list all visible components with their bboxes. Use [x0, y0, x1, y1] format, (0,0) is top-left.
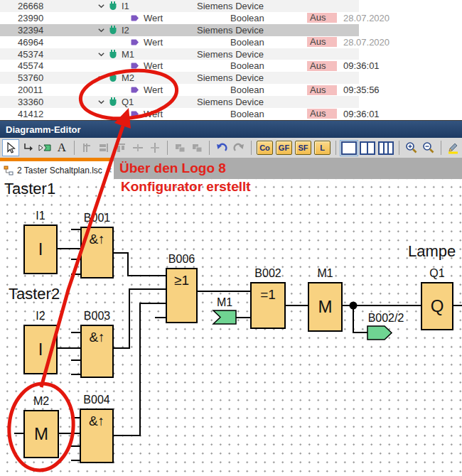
- row-id: 23990: [0, 13, 78, 23]
- device-plug-icon: [109, 26, 117, 35]
- chevron-down-icon[interactable]: [97, 26, 105, 34]
- logic-button[interactable]: L: [314, 141, 331, 155]
- block-b006[interactable]: ≥1: [166, 268, 198, 323]
- row-tree-cell: Wert: [78, 109, 230, 119]
- chevron-down-icon[interactable]: [97, 2, 105, 10]
- value-tag-icon: [131, 110, 139, 118]
- bring-forward-tool[interactable]: [171, 139, 188, 156]
- table-row[interactable]: 45374M1Siemens Device: [0, 48, 359, 60]
- row-name: Q1: [122, 97, 134, 107]
- connector-flag-M1[interactable]: [213, 310, 236, 324]
- text-tool[interactable]: A: [53, 139, 70, 156]
- row-timestamp: 28.07.2020: [343, 37, 390, 48]
- block-symbol: &↑: [89, 326, 104, 345]
- split-horizontal-tool[interactable]: [129, 139, 146, 156]
- row-type: Siemens Device: [197, 1, 272, 11]
- pane-segment: [361, 143, 368, 153]
- row-tree-cell: Wert: [78, 37, 230, 48]
- table-row[interactable]: 33360Q1Siemens Device: [0, 96, 359, 108]
- redo-button[interactable]: [230, 139, 247, 156]
- flag-connector-tool[interactable]: [36, 139, 53, 156]
- table-row[interactable]: 41412WertBooleanAus09:36:01: [0, 108, 359, 120]
- pane-segment: [368, 143, 374, 153]
- row-type: Siemens Device: [197, 49, 272, 60]
- view-single-pane-button[interactable]: [341, 141, 357, 155]
- wire[interactable]: [114, 253, 166, 276]
- view-two-pane-button[interactable]: [360, 141, 375, 155]
- block-m1[interactable]: M: [308, 282, 343, 332]
- align-frame-tool[interactable]: [78, 139, 95, 156]
- connector-tool[interactable]: [19, 139, 36, 156]
- pane-segment: [343, 143, 355, 153]
- toolbar-separator: [399, 141, 399, 155]
- view-three-pane-button[interactable]: [378, 141, 394, 155]
- row-type: Siemens Device: [197, 72, 272, 83]
- table-row[interactable]: 46964WertBooleanAus28.07.2020: [0, 36, 359, 48]
- block-symbol: &↑: [89, 410, 104, 429]
- zoom-out-button[interactable]: [420, 139, 437, 156]
- device-plug-icon: [109, 1, 117, 11]
- row-name: M1: [122, 49, 134, 60]
- table-row[interactable]: 53760M2Siemens Device: [0, 72, 359, 84]
- split-vertical-tool[interactable]: [146, 139, 163, 156]
- status-badge: Aus: [307, 13, 337, 23]
- status-badge: Aus: [307, 37, 337, 47]
- block-i1[interactable]: I: [23, 225, 58, 274]
- align-right-tool[interactable]: [95, 139, 112, 156]
- block-b001[interactable]: &↑: [80, 227, 114, 278]
- row-id: 26668: [0, 1, 78, 11]
- row-id: 53760: [0, 72, 78, 83]
- toolbar-separator: [335, 141, 336, 155]
- pane-segment: [380, 143, 385, 153]
- table-row[interactable]: 32394I2Siemens Device: [0, 24, 359, 36]
- device-plug-icon: [109, 73, 117, 82]
- row-name: Wert: [144, 109, 163, 119]
- undo-button[interactable]: [213, 139, 230, 156]
- zoom-in-button[interactable]: [403, 139, 420, 156]
- row-name: Wert: [144, 85, 163, 95]
- block-q1[interactable]: Q: [421, 282, 453, 330]
- table-row[interactable]: 23990WertBooleanAus28.07.2020: [0, 12, 359, 24]
- diagram-file-icon: [4, 166, 14, 175]
- tab-close-icon[interactable]: ×: [107, 165, 112, 175]
- block-b003[interactable]: &↑: [80, 325, 114, 378]
- tab-diagram[interactable]: 2 Taster Schaltplan.lsc ×: [0, 161, 114, 179]
- table-row[interactable]: 26668I1Siemens Device: [0, 0, 359, 12]
- row-tree-cell: I2: [78, 25, 197, 36]
- table-row[interactable]: 20011WertBooleanAus09:35:56: [0, 84, 359, 96]
- row-id: 46964: [0, 37, 78, 48]
- row-tree-cell: Wert: [78, 85, 230, 95]
- value-tag-icon: [131, 38, 139, 46]
- row-name: M2: [122, 72, 134, 83]
- block-m2[interactable]: M: [23, 410, 59, 458]
- chevron-down-icon[interactable]: [97, 50, 105, 58]
- row-tree-cell: M2: [78, 72, 197, 83]
- block-symbol: M: [34, 424, 48, 444]
- chevron-down-icon[interactable]: [97, 74, 105, 82]
- diagram-canvas[interactable]: Konfigurator erstellt Taster1Taster2Lamp…: [0, 179, 462, 476]
- value-tag-icon: [131, 14, 139, 22]
- constants-button[interactable]: Co: [257, 141, 273, 155]
- select-tool[interactable]: [2, 139, 19, 156]
- row-id: 20011: [0, 85, 78, 95]
- row-name: I2: [122, 25, 129, 36]
- align-top-tool[interactable]: [112, 139, 129, 156]
- block-i2[interactable]: I: [23, 325, 58, 374]
- block-b004[interactable]: &↑: [80, 409, 114, 463]
- row-type: Boolean: [230, 37, 305, 48]
- connector-flag-B002-2[interactable]: [367, 326, 392, 340]
- row-tree-cell: I1: [78, 1, 197, 11]
- comment-tool[interactable]: [445, 139, 462, 156]
- row-tree-cell: Wert: [78, 13, 230, 23]
- basic-functions-button[interactable]: GF: [276, 141, 292, 155]
- special-functions-button[interactable]: SF: [295, 141, 311, 155]
- block-symbol: I: [38, 239, 43, 259]
- status-badge: Aus: [307, 85, 337, 95]
- row-timestamp: 09:36:01: [343, 60, 380, 71]
- send-backward-tool[interactable]: [188, 139, 205, 156]
- table-row[interactable]: 45574WertBooleanAus09:36:01: [0, 60, 359, 72]
- toolbar-separator: [209, 141, 210, 155]
- chevron-down-icon[interactable]: [97, 98, 105, 106]
- block-b002[interactable]: =1: [250, 282, 286, 329]
- wire[interactable]: [114, 303, 166, 436]
